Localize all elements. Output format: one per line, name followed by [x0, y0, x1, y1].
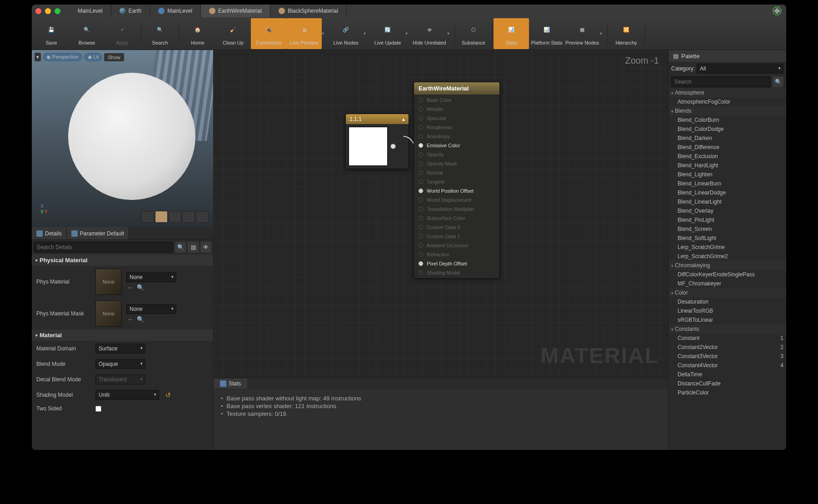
palette-item[interactable]: Blend_PinLight — [668, 215, 786, 225]
toolbar-clean-up-button[interactable]: 🧹Clean Up — [215, 18, 251, 49]
pin-subsurface-color[interactable]: Subsurface Color — [414, 214, 499, 223]
tab-mainlevel-2[interactable]: MainLevel — [150, 5, 201, 17]
browse-icon[interactable]: 🔍 — [136, 284, 145, 291]
toolbar-search-button[interactable]: 🔍Search — [142, 18, 178, 49]
palette-item[interactable]: Blend_Screen — [668, 225, 786, 234]
pin-socket-icon[interactable] — [419, 152, 423, 157]
chevron-down-icon[interactable]: ▾ — [447, 31, 454, 36]
phys-material-mask-dropdown[interactable]: None — [126, 304, 176, 314]
palette-item[interactable]: Constant3Vector3 — [668, 352, 786, 361]
pin-pixel-depth-offset[interactable]: Pixel Depth Offset — [414, 259, 499, 268]
view-options-icon[interactable]: ▤ — [188, 242, 199, 253]
pin-shading-model[interactable]: Shading Model — [414, 268, 499, 277]
palette-item[interactable]: DistanceCullFade — [668, 379, 786, 388]
pin-base-color[interactable]: Base Color — [414, 95, 499, 105]
material-graph[interactable]: Zoom -1 MATERIAL 1,1,1▴ EarthWireMateria… — [214, 50, 668, 377]
section-material[interactable]: Material — [32, 329, 213, 341]
palette-item[interactable]: LinearTosRGB — [668, 306, 786, 315]
toolbar-hide-unrelated-button[interactable]: 👁Hide Unrelated — [412, 18, 447, 49]
pin-tangent[interactable]: Tangent — [414, 177, 499, 186]
search-icon[interactable]: 🔍 — [773, 76, 783, 87]
material-domain-dropdown[interactable]: Surface — [95, 344, 145, 354]
tab-earthwirematerial[interactable]: EarthWireMaterial — [201, 5, 270, 17]
shape-mesh-button[interactable] — [196, 211, 209, 223]
pin-roughness[interactable]: Roughness — [414, 123, 499, 132]
shape-plane-button[interactable] — [169, 211, 181, 223]
toolbar-platform-stats-button[interactable]: 📊Platform Stats — [529, 18, 564, 49]
section-physical-material[interactable]: Physical Material — [32, 254, 213, 266]
blend-mode-dropdown[interactable]: Opaque — [95, 359, 145, 369]
pin-socket-icon[interactable] — [419, 261, 423, 266]
toolbar-apply-button[interactable]: ✔Apply — [105, 18, 140, 49]
output-pin[interactable] — [390, 144, 396, 149]
toolbar-stats-button[interactable]: 📊Stats — [494, 18, 529, 49]
source-control-icon[interactable] — [773, 6, 782, 15]
palette-group-blends[interactable]: Blends — [668, 106, 786, 115]
pin-normal[interactable]: Normal — [414, 168, 499, 177]
toolbar-live-preview-button[interactable]: 🖥Live Preview — [286, 18, 322, 49]
pin-socket-icon[interactable] — [419, 234, 423, 239]
shape-cylinder-button[interactable] — [141, 211, 154, 223]
pin-socket-icon[interactable] — [419, 189, 423, 193]
pin-opacity-mask[interactable]: Opacity Mask — [414, 159, 499, 168]
viewport-options-dropdown[interactable]: ▾ — [35, 53, 41, 61]
constant-vector-node[interactable]: 1,1,1▴ — [345, 114, 409, 169]
pin-refraction[interactable]: Refraction — [414, 250, 499, 259]
palette-header[interactable]: ▤ Palette — [668, 50, 786, 62]
pin-socket-icon[interactable] — [419, 134, 423, 139]
pin-socket-icon[interactable] — [419, 243, 423, 248]
pin-world-position-offset[interactable]: World Position Offset — [414, 186, 499, 195]
shape-sphere-button[interactable] — [155, 211, 168, 223]
tab-details[interactable]: Details — [32, 227, 67, 240]
toolbar-live-update-button[interactable]: 🔄Live Update — [370, 18, 405, 49]
palette-item[interactable]: Blend_Difference — [668, 143, 786, 152]
pin-socket-icon[interactable] — [419, 252, 423, 257]
palette-group-color[interactable]: Color — [668, 288, 786, 297]
palette-item[interactable]: Blend_LinearBurn — [668, 179, 786, 188]
palette-item[interactable]: AtmosphericFogColor — [668, 97, 786, 106]
pin-socket-icon[interactable] — [419, 107, 423, 111]
palette-item[interactable]: Lerp_ScratchGrime2 — [668, 252, 786, 261]
pin-metallic[interactable]: Metallic — [414, 105, 499, 114]
pin-ambient-occlusion[interactable]: Ambient Occlusion — [414, 241, 499, 250]
phys-material-thumbnail[interactable]: None — [95, 269, 122, 295]
toolbar-live-nodes-button[interactable]: 🔗Live Nodes — [328, 18, 364, 49]
palette-item[interactable]: DiffColorKeyerErodeSinglePass — [668, 270, 786, 279]
pin-opacity[interactable]: Opacity — [414, 150, 499, 159]
filter-icon[interactable]: 👁 — [200, 242, 211, 253]
reset-to-default-icon[interactable]: ↺ — [165, 391, 171, 399]
palette-item[interactable]: Constant4Vector4 — [668, 361, 786, 370]
palette-item[interactable]: Blend_Exclusion — [668, 152, 786, 161]
palette-item[interactable]: ParticleColor — [668, 388, 786, 397]
collapse-icon[interactable]: ▴ — [402, 116, 405, 122]
perspective-button[interactable]: ◉ Perspective — [43, 53, 82, 61]
pin-socket-icon[interactable] — [419, 98, 423, 102]
browse-icon[interactable]: 🔍 — [136, 316, 145, 323]
toolbar-home-button[interactable]: 🏠Home — [180, 18, 215, 49]
chevron-down-icon[interactable]: ▾ — [364, 31, 370, 36]
use-selected-icon[interactable]: ← — [126, 316, 135, 323]
palette-item[interactable]: Blend_Lighten — [668, 170, 786, 179]
tab-stats[interactable]: Stats — [214, 379, 247, 389]
toolbar-hierarchy-button[interactable]: 🔀Hierarchy — [609, 18, 644, 49]
palette-item[interactable]: Lerp_ScratchGrime — [668, 243, 786, 252]
palette-item[interactable]: Blend_SoftLight — [668, 234, 786, 243]
palette-item[interactable]: Desaturation — [668, 297, 786, 306]
palette-item[interactable]: sRGBToLinear — [668, 315, 786, 324]
palette-search-input[interactable] — [671, 76, 771, 87]
palette-item[interactable]: Blend_Darken — [668, 134, 786, 143]
chevron-down-icon[interactable]: ▾ — [405, 31, 412, 36]
palette-item[interactable]: Constant1 — [668, 334, 786, 343]
pin-custom-data-1[interactable]: Custom Data 1 — [414, 232, 499, 241]
pin-socket-icon[interactable] — [419, 116, 423, 120]
tab-mainlevel[interactable]: MainLevel — [70, 5, 111, 17]
preview-viewport[interactable]: ▾ ◉ Perspective ◉ Lit Show z y x — [32, 50, 213, 227]
details-search-input[interactable] — [34, 242, 173, 253]
color-swatch[interactable] — [349, 127, 388, 166]
pin-world-displacement[interactable]: World Displacement — [414, 195, 499, 205]
palette-item[interactable]: Blend_LinearLight — [668, 197, 786, 206]
tab-earth[interactable]: Earth — [111, 5, 150, 17]
pin-socket-icon[interactable] — [419, 161, 423, 166]
pin-socket-icon[interactable] — [419, 180, 423, 184]
palette-item[interactable]: Blend_HardLight — [668, 161, 786, 170]
